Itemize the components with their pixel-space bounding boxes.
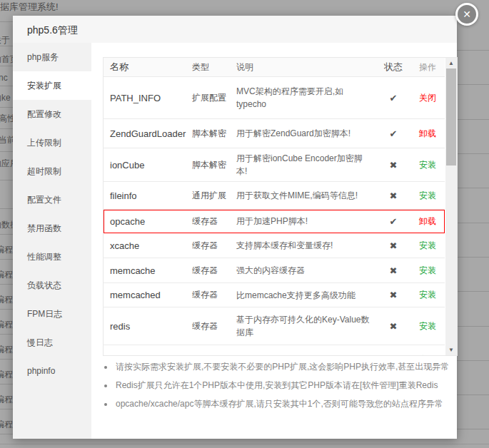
background-left-strip: 关于的首页nc的ke高性能当前的应用的数据编程编程编程编程编程编程编程编程	[0, 0, 13, 448]
background-row-line	[457, 257, 489, 258]
background-row-line	[0, 234, 13, 235]
sidebar-item-FPM日志[interactable]: FPM日志	[13, 300, 91, 328]
action-cell: 卸载	[410, 215, 445, 228]
extension-description: 强大的内容缓存器	[236, 264, 376, 277]
action-link-xcache[interactable]: 安装	[419, 240, 436, 250]
status-missing-icon: ✖	[376, 160, 410, 170]
action-link-opcache[interactable]: 卸载	[419, 216, 436, 226]
extension-row-memcached: memcached缓存器比memcache支持更多高级功能✖安装	[104, 283, 445, 307]
sidebar-item-负载状态[interactable]: 负载状态	[13, 271, 91, 300]
background-row-line	[0, 359, 13, 360]
background-row-line	[457, 429, 489, 429]
extension-type: 脚本解密	[192, 159, 236, 171]
extension-type: 缓存器	[192, 289, 236, 301]
background-text-fragment: 的首页	[0, 54, 13, 66]
extension-row-ZendGuardLoader: ZendGuardLoader脚本解密用于解密ZendGuard加密脚本!✔卸载	[104, 119, 445, 148]
action-link-memcache[interactable]: 安装	[419, 265, 436, 275]
column-header: 操作	[410, 61, 445, 73]
action-cell: 关闭	[410, 92, 445, 104]
extension-description: MVC架构的程序需要开启,如typecho	[236, 85, 376, 111]
background-text-fragment: 的应用	[0, 158, 13, 170]
extension-type: 缓存器	[192, 320, 236, 332]
scrollbar-up-icon[interactable]: ▲	[445, 58, 457, 68]
extension-row-opcache: opcache缓存器用于加速PHP脚本!✔卸载	[104, 210, 445, 233]
background-text-fragment: 编程	[0, 294, 13, 306]
action-cell: 安装	[410, 190, 445, 202]
background-row-line	[457, 291, 489, 292]
sidebar-item-慢日志[interactable]: 慢日志	[13, 328, 91, 357]
action-link-redis[interactable]: 安装	[419, 321, 436, 331]
notes-list: 请按实际需求安装扩展,不要安装不必要的PHP扩展,这会影响PHP执行效率,甚至出…	[100, 357, 463, 413]
sidebar-item-安装扩展[interactable]: 安装扩展	[13, 71, 91, 100]
background-text-fragment: 的数据	[0, 219, 13, 231]
status-missing-icon: ✖	[376, 265, 410, 276]
background-row-line	[0, 86, 13, 86]
extension-row-ionCube: ionCube脚本解密用于解密ionCube Encoder加密脚本!✖安装	[104, 148, 445, 182]
background-row-line	[0, 66, 13, 66]
sidebar: php服务安装扩展配置修改上传限制超时限制配置文件禁用函数性能调整负载状态FPM…	[13, 43, 91, 439]
extension-type: 缓存器	[192, 240, 236, 252]
action-link-apcu[interactable]: 安装	[419, 355, 436, 357]
background-text-fragment: 编程	[0, 344, 13, 356]
extension-type: 通用扩展	[192, 190, 236, 202]
background-row-line	[457, 153, 489, 154]
background-text-fragment: 高性能	[0, 113, 13, 125]
extension-type: 扩展配置	[192, 92, 236, 104]
scrollbar-down-icon[interactable]: ▼	[445, 345, 457, 355]
extension-description: 用于解密ionCube Encoder加密脚本!	[236, 152, 376, 178]
status-installed-icon: ✔	[376, 216, 410, 227]
background-text-fragment: 当前	[0, 134, 13, 146]
sidebar-item-超时限制[interactable]: 超时限制	[13, 157, 91, 185]
note-item: 请按实际需求安装扩展,不要安装不必要的PHP扩展,这会影响PHP执行效率,甚至出…	[114, 357, 463, 376]
column-header: 类型	[192, 61, 236, 73]
action-link-PATH_INFO[interactable]: 关闭	[419, 93, 436, 103]
extension-name: opcache	[104, 216, 192, 227]
extension-description: 基于内存亦可持久化的Key-Value数据库	[236, 313, 376, 339]
extension-type: 缓存器	[192, 354, 236, 357]
sidebar-item-禁用函数[interactable]: 禁用函数	[13, 214, 91, 243]
modal-header: php5.6管理	[13, 16, 457, 43]
extension-name: ionCube	[104, 160, 192, 170]
extension-name: apcu	[104, 355, 192, 357]
scrollbar-thumb[interactable]	[446, 68, 456, 166]
extension-description: 脚本缓存器	[236, 353, 376, 356]
background-row-line	[0, 21, 13, 22]
extension-name: memcache	[104, 265, 192, 276]
background-text-fragment: 关于	[0, 34, 10, 46]
action-cell: 安装	[410, 159, 445, 171]
extension-name: memcached	[104, 290, 192, 300]
background-row-line	[457, 119, 489, 120]
sidebar-item-配置文件[interactable]: 配置文件	[13, 185, 91, 214]
extension-row-fileinfo: fileinfo通用扩展用于获取文件MIME,编码等信息!✖安装	[104, 182, 445, 210]
sidebar-item-phpinfo[interactable]: phpinfo	[13, 357, 91, 385]
extension-row-memcache: memcache缓存器强大的内容缓存器✖安装	[104, 258, 445, 283]
background-text-fragment: 编程	[0, 419, 13, 431]
close-icon: ✕	[463, 9, 471, 19]
close-button[interactable]: ✕	[455, 3, 478, 26]
main-panel: 名称类型说明状态操作PATH_INFO扩展配置MVC架构的程序需要开启,如typ…	[91, 43, 457, 439]
background-row-line	[0, 180, 13, 180]
background-row-line	[457, 188, 489, 188]
extension-row-apcu: apcu缓存器脚本缓存器✖安装	[104, 345, 445, 356]
background-row-line	[0, 151, 13, 152]
sidebar-item-配置修改[interactable]: 配置修改	[13, 100, 91, 128]
action-link-fileinfo[interactable]: 安装	[419, 190, 436, 200]
sidebar-item-上传限制[interactable]: 上传限制	[13, 128, 91, 157]
background-row-line	[0, 208, 13, 209]
extension-name: fileinfo	[104, 190, 192, 201]
action-link-ZendGuardLoader[interactable]: 卸载	[419, 128, 436, 138]
action-cell: 安装	[410, 289, 445, 301]
action-cell: 安装	[410, 354, 445, 357]
sidebar-item-性能调整[interactable]: 性能调整	[13, 243, 91, 271]
column-header: 状态	[376, 61, 410, 73]
background-row-line	[457, 223, 489, 223]
extension-row-redis: redis缓存器基于内存亦可持久化的Key-Value数据库✖安装	[104, 307, 445, 345]
extension-row-PATH_INFO: PATH_INFO扩展配置MVC架构的程序需要开启,如typecho✔关闭	[104, 77, 445, 119]
background-text-fragment: 编程	[0, 244, 13, 256]
note-item: opcache/xcache/apc等脚本缓存扩展,请只安装其中1个,否则可能导…	[114, 394, 463, 413]
column-header: 名称	[104, 61, 192, 73]
action-link-memcached[interactable]: 安装	[419, 290, 436, 300]
sidebar-item-php服务[interactable]: php服务	[13, 43, 91, 71]
table-scrollbar[interactable]: ▲ ▼	[445, 58, 457, 355]
action-link-ionCube[interactable]: 安装	[419, 160, 436, 170]
